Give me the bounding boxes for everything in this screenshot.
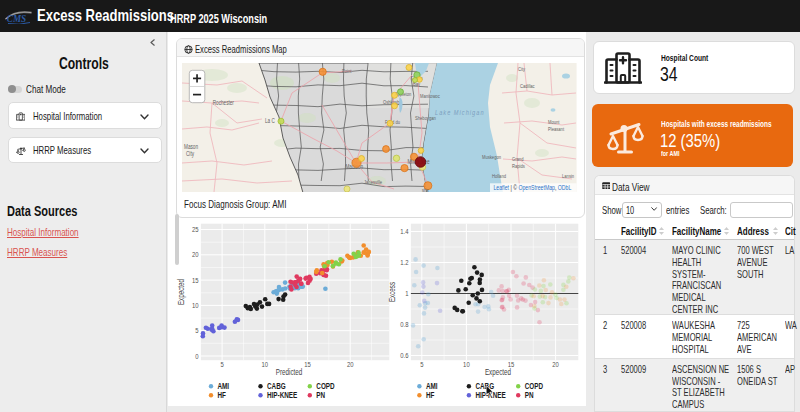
svg-text:1.4: 1.4 <box>400 227 408 235</box>
svg-text:20: 20 <box>192 251 199 259</box>
svg-text:Muskegon: Muskegon <box>482 155 501 161</box>
svg-text:PN: PN <box>525 390 534 400</box>
svg-text:Mount: Mount <box>548 119 560 125</box>
svg-text:Holland: Holland <box>492 174 506 180</box>
svg-text:1.2: 1.2 <box>400 258 408 266</box>
svg-text:25: 25 <box>192 225 199 233</box>
svg-text:0.6: 0.6 <box>400 351 408 359</box>
svg-text:Mason: Mason <box>184 143 198 150</box>
svg-text:10: 10 <box>463 360 470 368</box>
svg-text:Leaflet | © OpenStreetMap, ODb: Leaflet | © OpenStreetMap, ODbL <box>493 183 571 191</box>
svg-text:City: City <box>186 150 194 157</box>
svg-text:15: 15 <box>192 276 199 284</box>
svg-text:City: City <box>518 67 526 73</box>
svg-text:Excess: Excess <box>387 282 397 302</box>
svg-text:Cadillac: Cadillac <box>520 83 535 89</box>
svg-text:Manitowoc: Manitowoc <box>420 93 440 99</box>
svg-text:Rochester: Rochester <box>213 99 234 106</box>
svg-text:0: 0 <box>195 352 198 360</box>
svg-text:Janesville: Janesville <box>364 179 382 185</box>
svg-text:HF: HF <box>218 390 227 400</box>
svg-text:Rapids: Rapids <box>512 163 525 169</box>
svg-text:HIP-KNEE: HIP-KNEE <box>267 390 297 400</box>
svg-text:1: 1 <box>405 289 408 297</box>
svg-text:Lake Michigan: Lake Michigan <box>435 109 485 118</box>
svg-text:5: 5 <box>420 360 423 368</box>
svg-text:Expected: Expected <box>176 279 186 305</box>
svg-text:15: 15 <box>304 360 311 368</box>
svg-text:10: 10 <box>192 301 199 309</box>
svg-text:0.8: 0.8 <box>400 320 408 328</box>
svg-text:HF: HF <box>426 390 435 400</box>
svg-text:20: 20 <box>347 360 354 368</box>
svg-text:20: 20 <box>552 360 559 368</box>
svg-text:PN: PN <box>316 390 325 400</box>
svg-text:Expected: Expected <box>485 367 511 377</box>
svg-text:Point: Point <box>342 69 352 75</box>
svg-text:CMS: CMS <box>7 13 26 24</box>
svg-text:sha: sha <box>422 187 429 192</box>
svg-text:5: 5 <box>220 360 223 368</box>
svg-text:10: 10 <box>262 360 269 368</box>
svg-text:Bay: Bay <box>413 82 421 88</box>
svg-text:5: 5 <box>195 326 198 334</box>
svg-text:Sheboygan: Sheboygan <box>415 116 436 122</box>
svg-text:Pleasant: Pleasant <box>548 126 565 132</box>
svg-text:Grand: Grand <box>512 157 524 163</box>
svg-text:Predicted: Predicted <box>276 367 303 377</box>
svg-text:La C: La C <box>265 118 275 125</box>
svg-text:Lansin: Lansin <box>562 174 574 180</box>
